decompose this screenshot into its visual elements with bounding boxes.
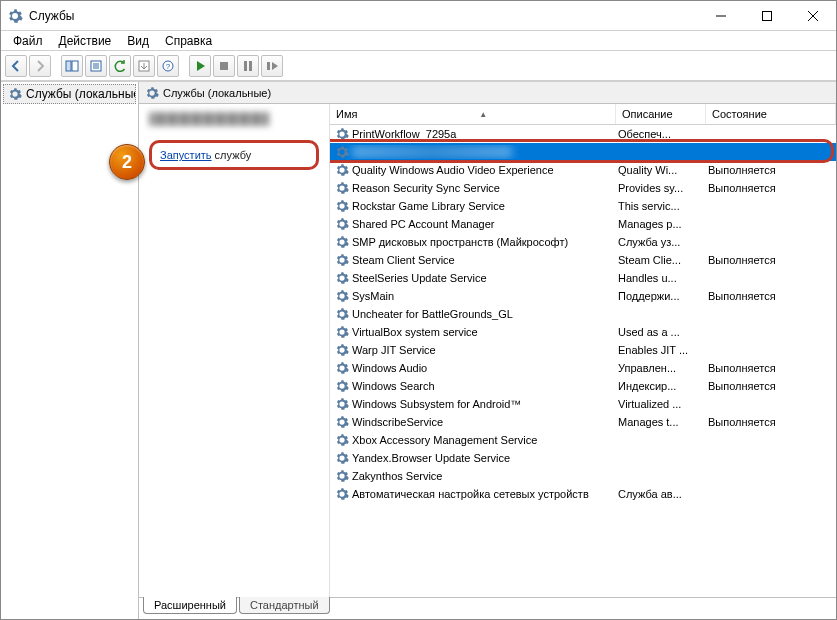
service-description: Служба ав... xyxy=(616,488,706,500)
table-row[interactable]: Windows SearchИндексир...Выполняется xyxy=(330,377,836,395)
view-tabs: Расширенный Стандартный xyxy=(139,597,836,619)
gear-icon xyxy=(335,145,349,159)
list-rows[interactable]: 1 PrintWorkflow_7295aОбеспеч...Quality W… xyxy=(330,125,836,597)
table-row[interactable]: Quality Windows Audio Video ExperienceQu… xyxy=(330,161,836,179)
svg-rect-14 xyxy=(244,61,247,71)
service-name: WindscribeService xyxy=(352,416,443,428)
gear-icon xyxy=(335,289,349,303)
tree-root-services[interactable]: Службы (локальные) xyxy=(3,84,136,104)
table-row[interactable]: Shared PC Account ManagerManages p... xyxy=(330,215,836,233)
table-row[interactable]: SMP дисковых пространств (Майкрософт)Слу… xyxy=(330,233,836,251)
column-name[interactable]: Имя ▲ xyxy=(330,104,616,124)
gear-icon xyxy=(335,361,349,375)
properties-button[interactable] xyxy=(85,55,107,77)
callout-2: 2 xyxy=(109,144,145,180)
table-row[interactable]: Zakynthos Service xyxy=(330,467,836,485)
services-app-icon xyxy=(7,8,23,24)
svg-rect-4 xyxy=(66,61,71,71)
pause-service-button[interactable] xyxy=(237,55,259,77)
service-name: Rockstar Game Library Service xyxy=(352,200,505,212)
table-row[interactable]: SteelSeries Update ServiceHandles u... xyxy=(330,269,836,287)
column-status[interactable]: Состояние xyxy=(706,104,836,124)
table-row[interactable]: Steam Client ServiceSteam Clie...Выполня… xyxy=(330,251,836,269)
table-row[interactable]: Windows AudioУправлен...Выполняется xyxy=(330,359,836,377)
service-name: Reason Security Sync Service xyxy=(352,182,500,194)
service-description: Virtualized ... xyxy=(616,398,706,410)
tab-extended[interactable]: Расширенный xyxy=(143,597,237,614)
service-description: Manages p... xyxy=(616,218,706,230)
window-title: Службы xyxy=(29,9,698,23)
gear-icon xyxy=(335,163,349,177)
start-service-link[interactable]: Запустить xyxy=(160,149,212,161)
show-hide-button[interactable] xyxy=(61,55,83,77)
start-service-text: службу xyxy=(212,149,252,161)
sort-indicator-icon: ▲ xyxy=(479,110,487,119)
service-name: Автоматическая настройка сетевых устройс… xyxy=(352,488,589,500)
gear-icon xyxy=(145,86,159,100)
menu-help[interactable]: Справка xyxy=(157,33,220,49)
gear-icon xyxy=(335,235,349,249)
service-status: Выполняется xyxy=(706,380,836,392)
menu-action[interactable]: Действие xyxy=(51,33,120,49)
table-row[interactable]: Yandex.Browser Update Service xyxy=(330,449,836,467)
refresh-button[interactable] xyxy=(109,55,131,77)
svg-rect-13 xyxy=(220,62,228,70)
svg-rect-16 xyxy=(267,62,270,70)
table-row[interactable]: Uncheater for BattleGrounds_GL xyxy=(330,305,836,323)
table-row[interactable]: Windows Subsystem for Android™Virtualize… xyxy=(330,395,836,413)
table-row[interactable]: Xbox Accessory Management Service xyxy=(330,431,836,449)
titlebar: Службы xyxy=(1,1,836,31)
table-row[interactable] xyxy=(330,143,836,161)
service-status: Выполняется xyxy=(706,362,836,374)
column-description[interactable]: Описание xyxy=(616,104,706,124)
service-description: Quality Wi... xyxy=(616,164,706,176)
service-description: Enables JIT ... xyxy=(616,344,706,356)
svg-text:?: ? xyxy=(166,62,171,71)
gear-icon xyxy=(335,271,349,285)
service-name: Windows Search xyxy=(352,380,435,392)
maximize-button[interactable] xyxy=(744,1,790,31)
table-row[interactable]: Rockstar Game Library ServiceThis servic… xyxy=(330,197,836,215)
tab-standard[interactable]: Стандартный xyxy=(239,597,330,614)
close-button[interactable] xyxy=(790,1,836,31)
service-name: Yandex.Browser Update Service xyxy=(352,452,510,464)
gear-icon xyxy=(335,127,349,141)
service-name: PrintWorkflow_7295a xyxy=(352,128,456,140)
service-list: Имя ▲ Описание Состояние 1 PrintWorkflow… xyxy=(329,104,836,597)
help-button[interactable]: ? xyxy=(157,55,179,77)
service-status: Выполняется xyxy=(706,290,836,302)
service-description: This servic... xyxy=(616,200,706,212)
export-button[interactable] xyxy=(133,55,155,77)
stop-service-button[interactable] xyxy=(213,55,235,77)
table-row[interactable]: Warp JIT ServiceEnables JIT ... xyxy=(330,341,836,359)
gear-icon xyxy=(335,343,349,357)
table-row[interactable]: SysMainПоддержи...Выполняется xyxy=(330,287,836,305)
service-name: Xbox Accessory Management Service xyxy=(352,434,537,446)
start-service-button[interactable] xyxy=(189,55,211,77)
table-row[interactable]: Автоматическая настройка сетевых устройс… xyxy=(330,485,836,503)
minimize-button[interactable] xyxy=(698,1,744,31)
table-row[interactable]: VirtualBox system serviceUsed as a ... xyxy=(330,323,836,341)
service-description: Steam Clie... xyxy=(616,254,706,266)
restart-service-button[interactable] xyxy=(261,55,283,77)
service-description: Used as a ... xyxy=(616,326,706,338)
menubar: Файл Действие Вид Справка xyxy=(1,31,836,51)
gear-icon xyxy=(335,253,349,267)
gear-icon xyxy=(335,379,349,393)
gear-icon xyxy=(335,217,349,231)
gear-icon xyxy=(335,181,349,195)
service-status: Выполняется xyxy=(706,164,836,176)
forward-button[interactable] xyxy=(29,55,51,77)
menu-view[interactable]: Вид xyxy=(119,33,157,49)
service-status: Выполняется xyxy=(706,182,836,194)
table-row[interactable]: WindscribeServiceManages t...Выполняется xyxy=(330,413,836,431)
table-row[interactable]: Reason Security Sync ServiceProvides sy.… xyxy=(330,179,836,197)
service-name: SysMain xyxy=(352,290,394,302)
service-name: Windows Audio xyxy=(352,362,427,374)
service-description: Manages t... xyxy=(616,416,706,428)
table-row[interactable]: PrintWorkflow_7295aОбеспеч... xyxy=(330,125,836,143)
svg-rect-15 xyxy=(249,61,252,71)
back-button[interactable] xyxy=(5,55,27,77)
gear-icon xyxy=(335,397,349,411)
menu-file[interactable]: Файл xyxy=(5,33,51,49)
